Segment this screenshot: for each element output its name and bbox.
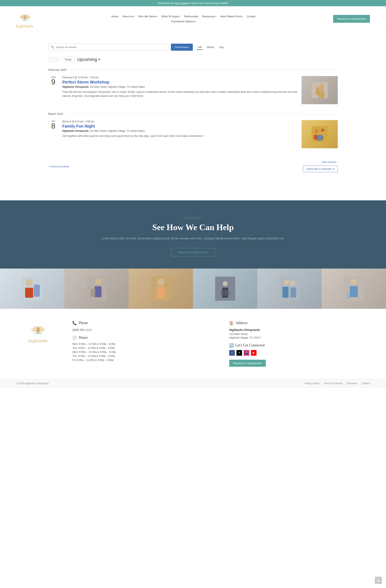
contact-title: See How We Can Help bbox=[16, 223, 370, 232]
phone-icon: 📞 bbox=[72, 321, 77, 325]
nav-framework-options[interactable]: Framework Options ▾ bbox=[170, 19, 197, 24]
event-item-1: SUN 9 February 9 @ 12:00 pm - 2:00 pm Pe… bbox=[48, 76, 338, 104]
subscribe-dropdown-icon: ▾ bbox=[333, 167, 334, 170]
logo-icon bbox=[18, 9, 32, 23]
find-events-button[interactable]: Find Events bbox=[171, 44, 193, 51]
footer-link-terms[interactable]: Terms Of Service bbox=[324, 382, 342, 385]
banner-link[interactable]: free e-book bbox=[175, 2, 188, 5]
footer-address-street: 123 Main Street bbox=[229, 333, 370, 336]
twitter-icon[interactable]: ✕ bbox=[236, 350, 242, 356]
nav-new-patient-forms[interactable]: New Patient Forms bbox=[219, 14, 244, 19]
event-image-2 bbox=[302, 120, 338, 148]
svg-point-16 bbox=[315, 129, 319, 133]
upcoming-label: Upcoming ▾ bbox=[77, 57, 100, 62]
nav-what-to-expect[interactable]: What To Expect bbox=[160, 14, 181, 19]
footer-phone-number: (888) 555-1212 bbox=[72, 328, 213, 332]
nav-row2: Framework Options ▾ bbox=[170, 19, 197, 24]
calendar-nav: ‹ › Today Upcoming ▾ bbox=[48, 57, 338, 62]
photo-strip-item-6 bbox=[322, 269, 386, 309]
contact-request-btn[interactable]: Request an Appointment bbox=[171, 248, 215, 256]
footer-phone-hours-col: 📞 Phone (888) 555-1212 🕐 Hours Mon: 8:00… bbox=[72, 321, 213, 367]
event-title-1[interactable]: Perfect Storm Workshop bbox=[62, 80, 298, 84]
main-content: 🔍 Find Events List Month Day ‹ › Today U… bbox=[32, 32, 354, 184]
event-location-address-2: 123 Main Street, Highland Village, TX Un… bbox=[89, 129, 145, 132]
event-day-num-1: 9 bbox=[48, 79, 58, 86]
svg-rect-39 bbox=[290, 288, 296, 297]
svg-point-17 bbox=[321, 128, 324, 132]
photo-strip-item-5 bbox=[257, 269, 322, 309]
top-banner: Download this free e-book to learn more … bbox=[0, 0, 386, 6]
svg-point-14 bbox=[316, 88, 320, 95]
subscribe-calendar-btn[interactable]: Subscribe to calendar ▾ bbox=[303, 166, 338, 172]
next-events-btn[interactable]: Next Events › bbox=[322, 161, 338, 164]
view-buttons: List Month Day bbox=[197, 44, 225, 50]
event-location-2: Highlands Chiropractic 123 Main Street, … bbox=[62, 129, 298, 132]
nav-contact[interactable]: Contact bbox=[245, 14, 257, 19]
svg-rect-38 bbox=[283, 287, 288, 298]
instagram-icon[interactable]: 📸 bbox=[244, 350, 249, 356]
footer-logo-col: highlands bbox=[16, 321, 60, 367]
logo[interactable]: highlands bbox=[16, 9, 34, 28]
nav-testimonials[interactable]: Testimonials bbox=[182, 14, 200, 19]
next-arrow[interactable]: › bbox=[54, 57, 59, 62]
photo-strip-item-1 bbox=[0, 269, 64, 309]
event-title-2[interactable]: Family Fun Night bbox=[62, 124, 298, 128]
photo-strip-item-3 bbox=[129, 269, 193, 309]
header-request-btn[interactable]: Request An Appointment bbox=[333, 15, 370, 23]
logo-text: highlands bbox=[16, 24, 34, 28]
facebook-icon[interactable]: f bbox=[229, 350, 235, 356]
view-month-btn[interactable]: Month bbox=[206, 45, 215, 50]
home-icon: 🏠 bbox=[229, 321, 234, 325]
nav-resources[interactable]: Resources ▾ bbox=[201, 14, 218, 19]
footer-cols: 📞 Phone (888) 555-1212 🕐 Hours Mon: 8:00… bbox=[72, 321, 370, 367]
next-arrow-icon: › bbox=[337, 161, 338, 164]
photo-strip bbox=[0, 269, 386, 309]
svg-point-34 bbox=[220, 290, 230, 296]
month-header-mar: March 2025 bbox=[48, 112, 338, 117]
framework-dropdown-arrow: ▾ bbox=[195, 20, 196, 22]
search-section: 🔍 Find Events List Month Day bbox=[48, 44, 338, 51]
about-dropdown-arrow: ▾ bbox=[133, 15, 134, 18]
pagination-right: Next Events › Subscribe to calendar ▾ bbox=[303, 161, 338, 172]
photo-placeholder-5 bbox=[257, 269, 322, 309]
nav-about[interactable]: About us ▾ bbox=[121, 14, 136, 19]
photo-placeholder-6 bbox=[322, 269, 386, 309]
footer-request-btn[interactable]: Request an Appointment bbox=[229, 360, 266, 367]
svg-point-36 bbox=[284, 280, 289, 285]
footer-connect-header: 🔄 Let's Get Connected bbox=[229, 343, 370, 348]
view-day-btn[interactable]: Day bbox=[218, 45, 225, 50]
svg-point-29 bbox=[157, 279, 164, 286]
svg-rect-27 bbox=[90, 289, 96, 297]
nav-home[interactable]: Home bbox=[110, 14, 120, 19]
footer-link-privacy[interactable]: Privacy Policy bbox=[305, 382, 320, 385]
prev-arrow[interactable]: ‹ bbox=[48, 57, 53, 62]
contact-label: CONTACT bbox=[16, 216, 370, 219]
banner-text: Download this bbox=[158, 2, 175, 5]
event-location-business-2: Highlands Chiropractic bbox=[62, 129, 89, 132]
svg-point-21 bbox=[25, 279, 33, 286]
event-location-address-1: 123 Main Street, Highland Village, TX Un… bbox=[89, 85, 145, 88]
footer-hours-fri: Fri: 8:00a – 11:00a & 3:00p – 6:00p bbox=[72, 358, 213, 361]
social-icons: f ✕ 📸 ▶ bbox=[229, 350, 370, 356]
prev-arrow-icon: ‹ bbox=[48, 165, 49, 168]
svg-rect-42 bbox=[350, 286, 358, 297]
search-icon: 🔍 bbox=[51, 45, 54, 49]
footer-bottom: © 2025 Highlands Chiropractic Privacy Po… bbox=[0, 379, 386, 388]
who-we-serve-dropdown-arrow: ▾ bbox=[156, 15, 157, 18]
footer-hours-thu: Thu: 8:00a – 11:00a & 3:00p – 6:00p bbox=[72, 355, 213, 357]
photo-strip-item-4 bbox=[193, 269, 257, 309]
svg-rect-30 bbox=[157, 287, 165, 298]
view-list-btn[interactable]: List bbox=[197, 44, 203, 50]
footer-hours-mon: Mon: 8:00a – 11:00a & 3:00p – 6:00p bbox=[72, 342, 213, 345]
footer-link-contact[interactable]: Contact bbox=[362, 382, 370, 385]
nav-who-we-serve[interactable]: Who We Serve ▾ bbox=[137, 14, 159, 19]
footer-link-disclaimer[interactable]: Disclaimer bbox=[346, 382, 358, 385]
search-input[interactable] bbox=[56, 46, 166, 49]
event-desc-2: Get together with other parents and enjo… bbox=[62, 134, 298, 138]
event-day-num-2: 8 bbox=[48, 123, 58, 130]
youtube-icon[interactable]: ▶ bbox=[251, 350, 257, 356]
today-button[interactable]: Today bbox=[62, 57, 74, 62]
photo-placeholder-2 bbox=[64, 269, 129, 309]
banner-text-after: to learn more about living healthy! bbox=[189, 2, 228, 5]
prev-events-btn[interactable]: ‹ Previous Events bbox=[48, 165, 69, 168]
